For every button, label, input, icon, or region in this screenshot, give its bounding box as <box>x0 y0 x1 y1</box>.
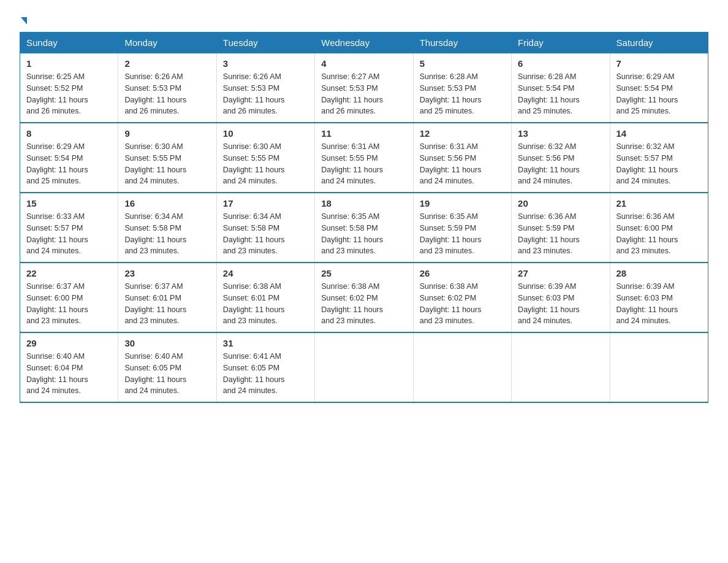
calendar-cell: 10 Sunrise: 6:30 AM Sunset: 5:55 PM Dayl… <box>216 123 314 193</box>
calendar-cell <box>512 332 610 402</box>
weekday-header-tuesday: Tuesday <box>216 33 314 53</box>
weekday-header-saturday: Saturday <box>610 33 708 53</box>
day-info: Sunrise: 6:41 AM Sunset: 6:05 PM Dayligh… <box>223 351 308 397</box>
day-info: Sunrise: 6:39 AM Sunset: 6:03 PM Dayligh… <box>518 281 603 327</box>
day-info: Sunrise: 6:39 AM Sunset: 6:03 PM Dayligh… <box>616 281 702 327</box>
day-info: Sunrise: 6:38 AM Sunset: 6:02 PM Dayligh… <box>321 281 406 327</box>
logo-triangle-icon <box>21 17 27 25</box>
day-number: 28 <box>616 268 702 278</box>
calendar-body: 1 Sunrise: 6:25 AM Sunset: 5:52 PM Dayli… <box>20 53 708 403</box>
calendar-cell: 2 Sunrise: 6:26 AM Sunset: 5:53 PM Dayli… <box>118 53 216 123</box>
calendar-week-row: 15 Sunrise: 6:33 AM Sunset: 5:57 PM Dayl… <box>20 193 708 262</box>
calendar-table: SundayMondayTuesdayWednesdayThursdayFrid… <box>20 32 708 403</box>
day-info: Sunrise: 6:28 AM Sunset: 5:53 PM Dayligh… <box>420 71 505 117</box>
calendar-cell: 31 Sunrise: 6:41 AM Sunset: 6:05 PM Dayl… <box>216 332 314 402</box>
day-number: 13 <box>518 128 603 139</box>
calendar-cell: 16 Sunrise: 6:34 AM Sunset: 5:58 PM Dayl… <box>118 193 216 262</box>
day-info: Sunrise: 6:25 AM Sunset: 5:52 PM Dayligh… <box>26 71 112 117</box>
page-header <box>20 15 708 25</box>
calendar-week-row: 1 Sunrise: 6:25 AM Sunset: 5:52 PM Dayli… <box>20 53 708 123</box>
weekday-header-friday: Friday <box>512 33 610 53</box>
day-info: Sunrise: 6:37 AM Sunset: 6:00 PM Dayligh… <box>26 281 112 327</box>
calendar-cell: 11 Sunrise: 6:31 AM Sunset: 5:55 PM Dayl… <box>315 123 413 193</box>
day-number: 27 <box>518 268 603 278</box>
day-info: Sunrise: 6:40 AM Sunset: 6:05 PM Dayligh… <box>124 351 210 397</box>
day-info: Sunrise: 6:38 AM Sunset: 6:02 PM Dayligh… <box>420 281 505 327</box>
day-info: Sunrise: 6:28 AM Sunset: 5:54 PM Dayligh… <box>518 71 603 117</box>
calendar-cell: 15 Sunrise: 6:33 AM Sunset: 5:57 PM Dayl… <box>20 193 118 262</box>
calendar-cell: 30 Sunrise: 6:40 AM Sunset: 6:05 PM Dayl… <box>118 332 216 402</box>
day-number: 24 <box>223 268 308 278</box>
day-info: Sunrise: 6:26 AM Sunset: 5:53 PM Dayligh… <box>124 71 210 117</box>
day-number: 23 <box>124 268 210 278</box>
calendar-cell: 13 Sunrise: 6:32 AM Sunset: 5:56 PM Dayl… <box>512 123 610 193</box>
calendar-cell: 28 Sunrise: 6:39 AM Sunset: 6:03 PM Dayl… <box>610 262 708 332</box>
day-number: 21 <box>616 198 702 209</box>
day-number: 7 <box>616 58 702 69</box>
logo <box>20 17 27 25</box>
calendar-cell: 1 Sunrise: 6:25 AM Sunset: 5:52 PM Dayli… <box>20 53 118 123</box>
day-number: 22 <box>26 268 112 278</box>
weekday-header-thursday: Thursday <box>413 33 511 53</box>
calendar-cell: 18 Sunrise: 6:35 AM Sunset: 5:58 PM Dayl… <box>315 193 413 262</box>
day-number: 25 <box>321 268 406 278</box>
day-number: 20 <box>518 198 603 209</box>
calendar-cell: 24 Sunrise: 6:38 AM Sunset: 6:01 PM Dayl… <box>216 262 314 332</box>
day-number: 19 <box>420 198 505 209</box>
calendar-cell: 8 Sunrise: 6:29 AM Sunset: 5:54 PM Dayli… <box>20 123 118 193</box>
day-info: Sunrise: 6:35 AM Sunset: 5:58 PM Dayligh… <box>321 211 406 257</box>
day-number: 10 <box>223 128 308 139</box>
day-number: 15 <box>26 198 112 209</box>
day-info: Sunrise: 6:27 AM Sunset: 5:53 PM Dayligh… <box>321 71 406 117</box>
day-number: 14 <box>616 128 702 139</box>
calendar-cell: 29 Sunrise: 6:40 AM Sunset: 6:04 PM Dayl… <box>20 332 118 402</box>
calendar-cell: 4 Sunrise: 6:27 AM Sunset: 5:53 PM Dayli… <box>315 53 413 123</box>
day-number: 12 <box>420 128 505 139</box>
day-info: Sunrise: 6:36 AM Sunset: 5:59 PM Dayligh… <box>518 211 603 257</box>
day-info: Sunrise: 6:33 AM Sunset: 5:57 PM Dayligh… <box>26 211 112 257</box>
weekday-header-sunday: Sunday <box>20 33 118 53</box>
day-info: Sunrise: 6:40 AM Sunset: 6:04 PM Dayligh… <box>26 351 112 397</box>
day-number: 18 <box>321 198 406 209</box>
day-info: Sunrise: 6:36 AM Sunset: 6:00 PM Dayligh… <box>616 211 702 257</box>
calendar-cell: 5 Sunrise: 6:28 AM Sunset: 5:53 PM Dayli… <box>413 53 511 123</box>
day-number: 30 <box>124 338 210 348</box>
day-number: 2 <box>124 58 210 69</box>
day-number: 5 <box>420 58 505 69</box>
day-number: 8 <box>26 128 112 139</box>
day-info: Sunrise: 6:32 AM Sunset: 5:57 PM Dayligh… <box>616 141 702 187</box>
calendar-cell: 22 Sunrise: 6:37 AM Sunset: 6:00 PM Dayl… <box>20 262 118 332</box>
calendar-cell: 6 Sunrise: 6:28 AM Sunset: 5:54 PM Dayli… <box>512 53 610 123</box>
calendar-week-row: 29 Sunrise: 6:40 AM Sunset: 6:04 PM Dayl… <box>20 332 708 402</box>
day-info: Sunrise: 6:29 AM Sunset: 5:54 PM Dayligh… <box>616 71 702 117</box>
day-number: 31 <box>223 338 308 348</box>
day-number: 9 <box>124 128 210 139</box>
calendar-cell: 23 Sunrise: 6:37 AM Sunset: 6:01 PM Dayl… <box>118 262 216 332</box>
day-number: 26 <box>420 268 505 278</box>
calendar-cell: 27 Sunrise: 6:39 AM Sunset: 6:03 PM Dayl… <box>512 262 610 332</box>
calendar-header: SundayMondayTuesdayWednesdayThursdayFrid… <box>20 33 708 53</box>
day-info: Sunrise: 6:34 AM Sunset: 5:58 PM Dayligh… <box>223 211 308 257</box>
calendar-cell <box>315 332 413 402</box>
day-number: 11 <box>321 128 406 139</box>
weekday-header-wednesday: Wednesday <box>315 33 413 53</box>
day-number: 16 <box>124 198 210 209</box>
day-number: 17 <box>223 198 308 209</box>
calendar-cell <box>610 332 708 402</box>
day-info: Sunrise: 6:30 AM Sunset: 5:55 PM Dayligh… <box>223 141 308 187</box>
day-number: 3 <box>223 58 308 69</box>
calendar-cell: 7 Sunrise: 6:29 AM Sunset: 5:54 PM Dayli… <box>610 53 708 123</box>
day-info: Sunrise: 6:29 AM Sunset: 5:54 PM Dayligh… <box>26 141 112 187</box>
day-info: Sunrise: 6:38 AM Sunset: 6:01 PM Dayligh… <box>223 281 308 327</box>
day-info: Sunrise: 6:31 AM Sunset: 5:56 PM Dayligh… <box>420 141 505 187</box>
calendar-week-row: 22 Sunrise: 6:37 AM Sunset: 6:00 PM Dayl… <box>20 262 708 332</box>
day-number: 1 <box>26 58 112 69</box>
calendar-cell: 3 Sunrise: 6:26 AM Sunset: 5:53 PM Dayli… <box>216 53 314 123</box>
calendar-cell: 12 Sunrise: 6:31 AM Sunset: 5:56 PM Dayl… <box>413 123 511 193</box>
day-info: Sunrise: 6:26 AM Sunset: 5:53 PM Dayligh… <box>223 71 308 117</box>
calendar-cell <box>413 332 511 402</box>
calendar-cell: 25 Sunrise: 6:38 AM Sunset: 6:02 PM Dayl… <box>315 262 413 332</box>
calendar-cell: 9 Sunrise: 6:30 AM Sunset: 5:55 PM Dayli… <box>118 123 216 193</box>
calendar-cell: 19 Sunrise: 6:35 AM Sunset: 5:59 PM Dayl… <box>413 193 511 262</box>
calendar-week-row: 8 Sunrise: 6:29 AM Sunset: 5:54 PM Dayli… <box>20 123 708 193</box>
